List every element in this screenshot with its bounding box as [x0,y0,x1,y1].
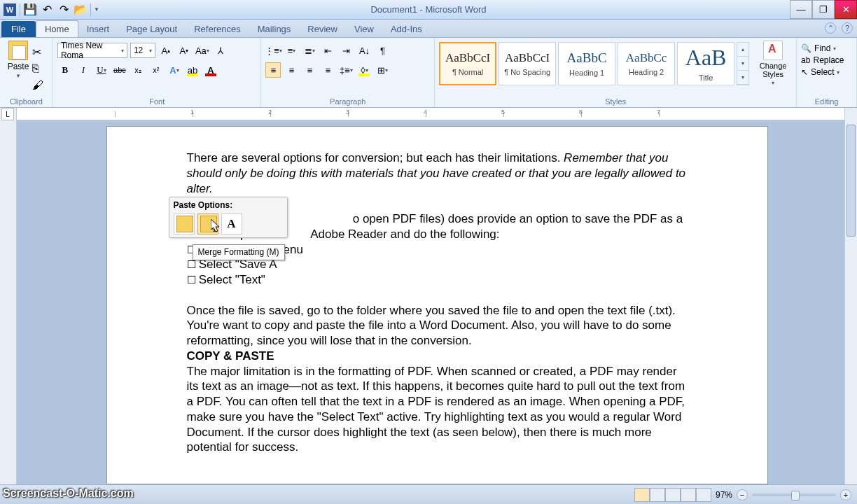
help-button[interactable]: ? [842,22,853,34]
tab-selector[interactable]: L [1,108,14,120]
titlebar: W 💾 ↶ ↷ 📂 ▼ Document1 - Microsoft Word —… [0,0,857,20]
format-painter-button[interactable]: 🖌 [32,79,46,93]
strikethrough-button[interactable]: abc [112,62,127,78]
ribbon-tabs: File Home Insert Page Layout References … [0,20,857,38]
web-layout-view-button[interactable] [665,488,681,502]
maximize-button[interactable]: ❐ [812,0,835,19]
bold-button[interactable]: B [57,62,73,78]
mouse-cursor [211,219,222,233]
close-button[interactable]: ✕ [835,0,857,19]
view-tab[interactable]: View [346,21,382,37]
paste-options-title: Paste Options: [174,200,283,211]
home-tab[interactable]: Home [36,20,78,37]
zoom-out-button[interactable]: − [737,489,748,500]
save-button[interactable]: 💾 [23,3,37,17]
styles-gallery: AaBbCcI¶ Normal AaBbCcI¶ No Spacing AaBb… [439,41,792,86]
open-button[interactable]: 📂 [74,3,88,17]
line-spacing-button[interactable]: ‡≡▾ [338,62,354,78]
style-no-spacing[interactable]: AaBbCcI¶ No Spacing [499,42,556,85]
paste-options-popup: Paste Options: ↘ A [169,197,288,238]
file-tab[interactable]: File [1,21,36,37]
paste-keep-source-formatting[interactable] [174,214,195,234]
borders-button[interactable]: ⊞▾ [375,62,390,78]
style-title[interactable]: AaBTitle [677,42,734,85]
bullets-button[interactable]: ⋮≡▾ [265,43,281,58]
paste-button[interactable]: Paste ▼ [4,41,32,97]
addins-tab[interactable]: Add-Ins [382,21,431,37]
vertical-scrollbar[interactable] [844,108,857,484]
references-tab[interactable]: References [186,21,249,37]
scrollbar-thumb[interactable] [846,125,856,237]
shrink-font-button[interactable]: A▾ [176,43,192,58]
font-name-input[interactable]: Times New Roma▾ [57,43,127,58]
font-size-input[interactable]: 12▾ [130,43,155,58]
select-button[interactable]: ↖ Select ▾ [801,67,852,77]
qat-dropdown[interactable]: ▼ [94,6,99,13]
clear-formatting-button[interactable]: ⅄ [213,43,228,58]
numbering-button[interactable]: ≡▾ [284,43,299,58]
zoom-in-button[interactable]: + [840,489,851,500]
vertical-ruler[interactable]: L [0,108,17,484]
word-icon: W [3,3,17,17]
decrease-indent-button[interactable]: ⇤ [320,43,335,58]
text-effects-button[interactable]: A▾ [167,62,182,78]
draft-view-button[interactable] [696,488,711,502]
paragraph-group-label: Paragraph [265,97,430,107]
editing-group-label: Editing [801,97,852,107]
cut-button[interactable]: ✂ [32,46,46,59]
find-button[interactable]: 🔍 Find ▾ [801,43,852,53]
minimize-button[interactable]: — [790,0,812,19]
font-group-label: Font [57,97,257,107]
copy-button[interactable]: ⎘ [32,62,46,76]
outline-view-button[interactable] [681,488,696,502]
align-center-button[interactable]: ≡ [284,62,299,78]
quick-access-toolbar: W 💾 ↶ ↷ 📂 ▼ [0,3,99,17]
justify-button[interactable]: ≡ [320,62,335,78]
font-color-button[interactable]: A [203,62,218,78]
mailings-tab[interactable]: Mailings [249,21,300,37]
italic-button[interactable]: I [76,62,91,78]
redo-button[interactable]: ↷ [57,3,71,17]
shading-button[interactable]: ◊▾ [356,62,372,78]
page-layout-tab[interactable]: Page Layout [118,21,186,37]
align-right-button[interactable]: ≡ [302,62,317,78]
style-normal[interactable]: AaBbCcI¶ Normal [439,42,496,85]
document-page[interactable]: There are several options for conversion… [106,126,768,484]
zoom-level[interactable]: 97% [716,490,732,500]
style-heading-1[interactable]: AaBbCHeading 1 [558,42,615,85]
multilevel-list-button[interactable]: ≣▾ [302,43,317,58]
styles-group-label: Styles [439,97,792,107]
style-heading-2[interactable]: AaBbCcHeading 2 [618,42,675,85]
window-title: Document1 - Microsoft Word [370,4,486,15]
replace-button[interactable]: ab Replace [801,55,852,65]
change-case-button[interactable]: Aa▾ [195,43,210,58]
paste-keep-text-only[interactable]: A [221,214,242,234]
ribbon: Paste ▼ ✂ ⎘ 🖌 Clipboard Times New Roma▾ … [0,38,857,108]
full-screen-view-button[interactable] [650,488,665,502]
zoom-slider[interactable] [752,493,836,496]
styles-scroller[interactable]: ▴▾▾ [737,42,749,85]
document-area: L 1234567 There are several options for … [0,108,857,484]
show-marks-button[interactable]: ¶ [375,43,390,58]
undo-button[interactable]: ↶ [40,3,54,17]
highlight-button[interactable]: ab [185,62,200,78]
superscript-button[interactable]: x² [148,62,164,78]
horizontal-ruler[interactable]: 1234567 [17,108,857,120]
grow-font-button[interactable]: A▴ [158,43,174,58]
clipboard-icon [8,41,28,60]
underline-button[interactable]: U▾ [94,62,109,78]
clipboard-group-label: Clipboard [4,97,48,107]
sort-button[interactable]: A↓ [356,43,372,58]
watermark: Screencast-O-Matic.com [3,487,134,500]
minimize-ribbon-button[interactable]: ⌃ [825,22,836,34]
align-left-button[interactable]: ≡ [265,62,281,78]
increase-indent-button[interactable]: ⇥ [338,43,354,58]
change-styles-button[interactable]: Change Styles▾ [754,41,792,86]
paste-option-tooltip: Merge Formatting (M) [193,244,285,260]
insert-tab[interactable]: Insert [78,21,118,37]
change-styles-icon [763,41,783,60]
subscript-button[interactable]: x₂ [130,62,146,78]
print-layout-view-button[interactable] [634,488,650,502]
review-tab[interactable]: Review [299,21,346,37]
